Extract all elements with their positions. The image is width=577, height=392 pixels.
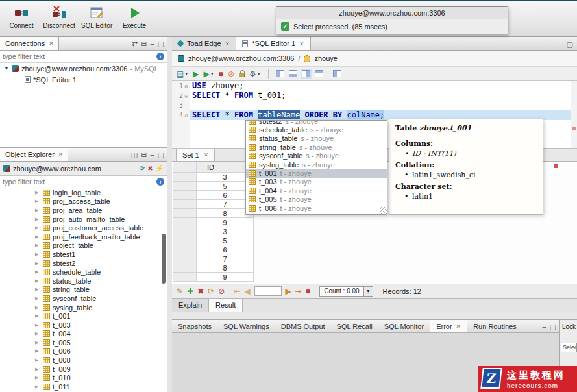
- tab-set-1[interactable]: Set 1 ✕: [176, 149, 215, 161]
- autocomplete-item[interactable]: t_006t - zhouye: [246, 204, 387, 212]
- close-icon[interactable]: ✕: [225, 40, 230, 47]
- table-row[interactable]: 9: [173, 273, 254, 282]
- connect-button[interactable]: Connect: [3, 3, 40, 31]
- fold-marker-icon[interactable]: ⊖: [183, 93, 190, 99]
- breadcrumb-schema[interactable]: zhouye: [314, 55, 337, 62]
- stop-loading-icon[interactable]: ■: [306, 288, 310, 295]
- execute-button[interactable]: Execute: [116, 3, 153, 31]
- fold-marker-icon[interactable]: ⊖: [183, 83, 190, 90]
- table-row[interactable]: 3: [173, 173, 254, 182]
- autocomplete-item[interactable]: status_tables - zhouye: [246, 134, 387, 143]
- detach-editor-icon[interactable]: [333, 70, 341, 77]
- expand-arrow-icon[interactable]: ▶: [35, 208, 40, 213]
- id-cell[interactable]: 5: [197, 236, 254, 245]
- code-line[interactable]: SELECT * FROM t_001;: [190, 91, 571, 101]
- table-row[interactable]: ▶sbtest1: [0, 250, 167, 259]
- row-header-cell[interactable]: [173, 273, 197, 282]
- tab-explain[interactable]: Explain: [172, 299, 209, 312]
- table-row[interactable]: ▶t_010: [0, 373, 167, 382]
- annotation-marker[interactable]: [572, 127, 576, 130]
- table-row[interactable]: ▶syslog_table: [0, 303, 167, 312]
- tab-dbms-output[interactable]: DBMS Output: [275, 320, 331, 332]
- layout-right-icon[interactable]: [302, 70, 310, 77]
- id-cell[interactable]: 9: [197, 273, 254, 282]
- expand-arrow-icon[interactable]: ▶: [35, 234, 40, 239]
- row-header-cell[interactable]: [173, 200, 197, 209]
- lock-select-dropdown[interactable]: Selec: [561, 343, 577, 352]
- expand-arrow-icon[interactable]: ▶: [35, 225, 40, 230]
- stop-icon[interactable]: ■: [219, 70, 223, 78]
- table-row[interactable]: ▶proj_auto_mailto_table: [0, 215, 167, 224]
- expand-arrow-icon[interactable]: ▶: [35, 269, 40, 275]
- table-row[interactable]: 8: [173, 209, 254, 218]
- id-cell[interactable]: 9: [197, 218, 254, 227]
- row-header-cell[interactable]: [173, 182, 197, 191]
- refresh-icon[interactable]: ⟳: [140, 165, 145, 173]
- tab-snapshots[interactable]: Snapshots: [172, 320, 217, 332]
- expand-arrow-icon[interactable]: ▶: [35, 331, 40, 336]
- expand-arrow-icon[interactable]: ▶: [35, 358, 40, 363]
- layout-left-icon[interactable]: [276, 70, 284, 77]
- table-row[interactable]: ▶proj_feedback_mailto_table: [0, 232, 167, 241]
- expand-arrow-icon[interactable]: ▶: [35, 296, 40, 301]
- row-header-cell[interactable]: [173, 254, 197, 263]
- expand-arrow-icon[interactable]: ▶: [35, 243, 40, 248]
- expand-arrow-icon[interactable]: ▶: [35, 287, 40, 292]
- maximize-icon[interactable]: ▢: [567, 40, 573, 48]
- rollback-icon[interactable]: ⊘: [228, 70, 234, 78]
- tab-error[interactable]: Error✕: [430, 320, 467, 332]
- first-page-icon[interactable]: ⇤: [234, 288, 240, 295]
- maximize-icon[interactable]: ▢: [550, 323, 556, 330]
- statements-menu-icon[interactable]: ▤▼: [177, 70, 188, 78]
- sql-editor-button[interactable]: SQL Editor: [78, 3, 116, 31]
- close-icon[interactable]: ✕: [299, 40, 304, 47]
- autocomplete-item[interactable]: syslog_tables - zhouye: [246, 160, 387, 169]
- active-connection-label[interactable]: zhouye@www.orczhou.com....: [13, 165, 137, 173]
- autocomplete-item[interactable]: t_005t - zhouye: [246, 195, 387, 204]
- disconnect-button[interactable]: Disconnect: [40, 3, 78, 31]
- autocomplete-item[interactable]: t_004t - zhouye: [246, 186, 387, 195]
- flash-icon[interactable]: ⚡: [156, 165, 164, 173]
- next-page-icon[interactable]: ▶: [286, 288, 291, 295]
- table-row[interactable]: ▶t_011: [0, 382, 167, 391]
- layout-grid-icon[interactable]: [315, 70, 323, 77]
- minimize-icon[interactable]: –: [150, 40, 154, 47]
- collapse-all-icon[interactable]: ⊟: [141, 151, 147, 158]
- tab-sql-monitor[interactable]: SQL Monitor: [378, 320, 430, 332]
- table-row[interactable]: ▶proj_area_table: [0, 206, 167, 215]
- maximize-icon[interactable]: ▢: [158, 40, 164, 47]
- chevron-down-icon[interactable]: ▼: [363, 287, 373, 296]
- table-row[interactable]: ▶proj_access_table: [0, 197, 167, 206]
- table-row[interactable]: ▶proj_customer_access_table: [0, 223, 167, 232]
- table-row[interactable]: 6: [173, 245, 254, 254]
- expand-arrow-icon[interactable]: ▶: [35, 375, 40, 380]
- close-icon[interactable]: ✕: [49, 40, 54, 47]
- collapse-all-icon[interactable]: ⊟: [141, 40, 147, 47]
- row-header-cell[interactable]: [173, 227, 197, 236]
- connections-filter-input[interactable]: [3, 53, 154, 60]
- table-row[interactable]: ▶string_table: [0, 286, 167, 295]
- row-header-cell[interactable]: [173, 236, 197, 245]
- table-row[interactable]: 7: [173, 200, 254, 209]
- sidebar-splitter[interactable]: [167, 37, 172, 392]
- id-cell[interactable]: 8: [197, 263, 254, 273]
- expand-arrow-icon[interactable]: ▶: [35, 313, 40, 319]
- add-row-icon[interactable]: ✚: [187, 288, 193, 295]
- execute-statement-icon[interactable]: ▶: [193, 70, 199, 78]
- minimize-icon[interactable]: –: [150, 151, 154, 158]
- sql-editor-node[interactable]: *SQL Editor 1: [0, 74, 167, 85]
- tab-object-explorer[interactable]: Object Explorer ✕: [0, 148, 68, 161]
- id-cell[interactable]: 3: [197, 227, 254, 236]
- edit-pencil-icon[interactable]: ✎: [177, 288, 183, 295]
- table-row[interactable]: 7: [173, 254, 254, 263]
- table-row[interactable]: ▶schedule_table: [0, 267, 167, 276]
- expand-arrow-icon[interactable]: ▶: [35, 217, 40, 222]
- code-line[interactable]: [190, 101, 571, 110]
- refresh-icon[interactable]: ⟳: [208, 288, 214, 295]
- table-row[interactable]: 6: [173, 191, 254, 200]
- expand-arrow-icon[interactable]: ▶: [35, 323, 40, 328]
- close-icon[interactable]: ✕: [204, 151, 209, 158]
- object-explorer-filter-input[interactable]: [3, 178, 154, 186]
- tab-toad-edge[interactable]: Toad Edge ✕: [172, 37, 236, 50]
- delete-row-icon[interactable]: ✖: [197, 288, 204, 295]
